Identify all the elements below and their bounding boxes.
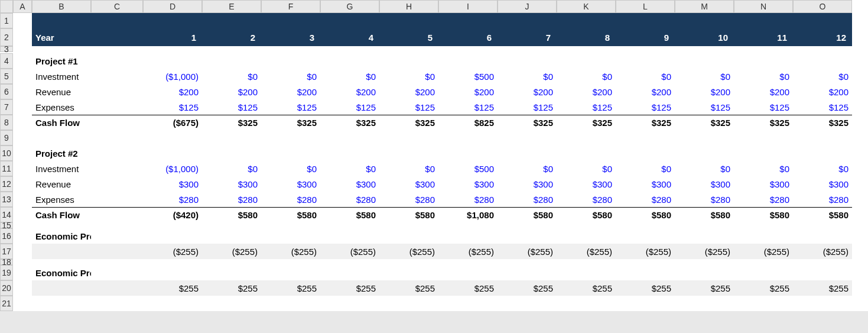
col-header-N[interactable]: N <box>734 0 793 13</box>
cell[interactable] <box>91 115 143 130</box>
data-cell[interactable]: $300 <box>261 176 320 192</box>
cell[interactable] <box>91 53 143 69</box>
data-cell[interactable]: $280 <box>379 192 438 207</box>
data-cell[interactable]: $200 <box>379 84 438 99</box>
row-header-7[interactable]: 7 <box>0 99 13 115</box>
cell[interactable] <box>498 130 557 146</box>
cell[interactable] <box>616 53 675 69</box>
row-header-21[interactable]: 21 <box>0 296 13 311</box>
cell[interactable] <box>616 222 675 228</box>
row-header-10[interactable]: 10 <box>0 146 13 161</box>
cell[interactable] <box>32 296 91 311</box>
cell[interactable] <box>675 13 734 28</box>
cell[interactable] <box>379 228 438 244</box>
data-cell[interactable]: ($255) <box>438 244 498 259</box>
data-cell[interactable]: $0 <box>675 161 734 176</box>
data-cell[interactable]: $580 <box>734 207 793 222</box>
cell[interactable] <box>616 13 675 28</box>
cell[interactable] <box>91 176 143 192</box>
cell[interactable] <box>498 146 557 161</box>
data-cell[interactable]: $0 <box>616 69 675 84</box>
data-cell[interactable]: $200 <box>616 84 675 99</box>
row-label[interactable]: Revenue <box>32 84 91 99</box>
cell[interactable] <box>438 259 498 265</box>
cell[interactable] <box>734 53 793 69</box>
year-col-12[interactable]: 12 <box>793 28 852 46</box>
data-cell[interactable]: $0 <box>261 69 320 84</box>
cell[interactable] <box>13 192 32 207</box>
cell[interactable] <box>13 176 32 192</box>
cell[interactable] <box>13 84 32 99</box>
cell[interactable] <box>734 259 793 265</box>
cell[interactable] <box>261 228 320 244</box>
data-cell[interactable]: $280 <box>557 192 616 207</box>
cell[interactable] <box>202 228 261 244</box>
cell[interactable] <box>616 228 675 244</box>
cell[interactable] <box>91 69 143 84</box>
cell[interactable] <box>320 130 379 146</box>
year-col-4[interactable]: 4 <box>320 28 379 46</box>
cell[interactable] <box>734 228 793 244</box>
data-cell[interactable]: $255 <box>616 280 675 296</box>
cell[interactable] <box>793 13 852 28</box>
row-header-13[interactable]: 13 <box>0 192 13 207</box>
cell[interactable] <box>557 130 616 146</box>
data-cell[interactable]: $200 <box>498 84 557 99</box>
cell[interactable] <box>13 244 32 259</box>
cell[interactable] <box>616 259 675 265</box>
cell[interactable] <box>793 265 852 280</box>
cell[interactable] <box>91 130 143 146</box>
data-cell[interactable]: $125 <box>202 99 261 115</box>
cell[interactable] <box>91 28 143 46</box>
col-header-O[interactable]: O <box>793 0 852 13</box>
cell[interactable] <box>557 228 616 244</box>
cell[interactable] <box>202 296 261 311</box>
row-header-15[interactable]: 15 <box>0 222 13 228</box>
data-cell[interactable]: $0 <box>616 161 675 176</box>
cell[interactable] <box>13 207 32 222</box>
cell[interactable] <box>793 53 852 69</box>
cell[interactable] <box>438 130 498 146</box>
data-cell[interactable]: $280 <box>438 192 498 207</box>
data-cell[interactable]: $0 <box>379 69 438 84</box>
cell[interactable] <box>379 146 438 161</box>
col-header-K[interactable]: K <box>557 0 616 13</box>
data-cell[interactable]: $280 <box>675 192 734 207</box>
data-cell[interactable]: $200 <box>202 84 261 99</box>
data-cell[interactable]: $325 <box>202 115 261 130</box>
cell[interactable] <box>143 53 202 69</box>
data-cell[interactable]: ($255) <box>675 244 734 259</box>
data-cell[interactable]: $280 <box>498 192 557 207</box>
cell[interactable] <box>91 161 143 176</box>
cell[interactable] <box>13 46 32 53</box>
cell[interactable] <box>557 53 616 69</box>
cell[interactable] <box>675 130 734 146</box>
cell[interactable] <box>261 259 320 265</box>
cell[interactable] <box>498 228 557 244</box>
cell[interactable] <box>557 259 616 265</box>
cell[interactable] <box>320 146 379 161</box>
data-cell[interactable]: $300 <box>734 176 793 192</box>
cell[interactable] <box>13 69 32 84</box>
data-cell[interactable]: $300 <box>616 176 675 192</box>
row-header-9[interactable]: 9 <box>0 130 13 146</box>
cell[interactable] <box>202 259 261 265</box>
data-cell[interactable]: $280 <box>261 192 320 207</box>
row-label[interactable]: Revenue <box>32 176 91 192</box>
cell[interactable] <box>261 146 320 161</box>
data-cell[interactable]: $500 <box>438 69 498 84</box>
data-cell[interactable]: $125 <box>675 99 734 115</box>
col-header-G[interactable]: G <box>320 0 379 13</box>
cell[interactable] <box>675 146 734 161</box>
row-label[interactable]: Cash Flow <box>32 115 91 130</box>
row-header-16[interactable]: 16 <box>0 228 13 244</box>
data-cell[interactable]: $200 <box>320 84 379 99</box>
data-cell[interactable]: $325 <box>616 115 675 130</box>
row-header-19[interactable]: 19 <box>0 265 13 280</box>
data-cell[interactable]: $0 <box>557 161 616 176</box>
cell[interactable] <box>734 296 793 311</box>
data-cell[interactable]: $0 <box>675 69 734 84</box>
cell[interactable] <box>320 259 379 265</box>
data-cell[interactable]: $580 <box>557 207 616 222</box>
cell[interactable] <box>143 146 202 161</box>
